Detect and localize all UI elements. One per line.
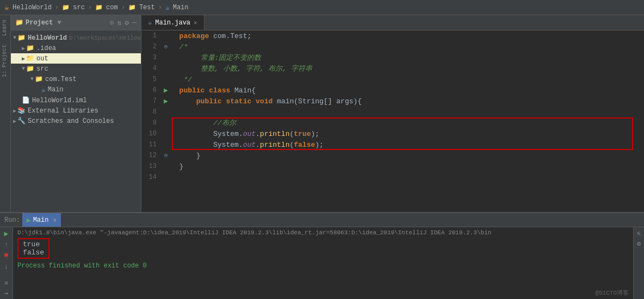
tree-ext-libs[interactable]: ▶ 📚 External Libraries xyxy=(11,105,141,116)
code-line-8: 8 xyxy=(141,107,644,117)
scratches-label: Scratches and Consoles xyxy=(28,117,114,125)
ext-libs-label: External Libraries xyxy=(28,107,98,115)
project-folder-icon: 📁 xyxy=(15,18,23,27)
src-folder-icon: 📁 xyxy=(26,65,34,73)
header-dropdown-icon[interactable]: ▼ xyxy=(57,19,61,27)
wrap-icon[interactable]: ⇥ xyxy=(4,290,8,297)
main-class-label: Main xyxy=(48,86,64,94)
code-line-9: 9 //布尔 xyxy=(141,117,644,128)
project-tree: ▼ 📁 HelloWorld D:\WorkSpaces\HelloWorld … xyxy=(11,30,141,212)
run-label: Run: xyxy=(4,216,20,224)
code-line-2: 2 ⊖ /* xyxy=(141,41,644,52)
ext-libs-arrow: ▶ xyxy=(13,108,16,114)
bottom-side-icons: ▶ ↑ ■ ↓ ≡ ⇥ xyxy=(0,227,13,299)
code-line-6: 6 ▶ public class Main{ xyxy=(141,85,644,96)
scroll-down-icon[interactable]: ↓ xyxy=(4,263,9,271)
run-output: D:\jdk1.8\bin\java.exe "-javaagent:D:\id… xyxy=(13,227,633,299)
bottom-content: ▶ ↑ ■ ↓ ≡ ⇥ D:\jdk1.8\bin\java.exe "-jav… xyxy=(0,227,644,299)
minimize-icon[interactable]: — xyxy=(132,18,137,27)
code-line-14: 14 xyxy=(141,172,644,183)
tree-com-test[interactable]: ▼ 📁 com.Test xyxy=(11,74,141,84)
scratches-arrow: ▶ xyxy=(13,118,16,124)
src-label: src xyxy=(36,65,48,73)
root-folder-icon: 📁 xyxy=(17,34,26,42)
root-arrow: ▼ xyxy=(13,35,16,41)
code-line-13: 13 } xyxy=(141,161,644,172)
title-com: com xyxy=(106,4,118,11)
com-test-folder-icon: 📁 xyxy=(35,75,43,83)
title-folder-src: 📁 xyxy=(62,4,70,11)
title-sep4: › xyxy=(158,4,162,11)
title-src: src xyxy=(73,4,85,11)
output-true: true xyxy=(23,240,44,248)
title-sep3: › xyxy=(121,4,125,11)
titlebar: ☕ HelloWorld › 📁 src › 📁 com › 📁 Test › … xyxy=(0,0,644,15)
run-tab-icon: ▶ xyxy=(27,216,31,225)
rerun-up-icon[interactable]: ↑ xyxy=(4,241,8,248)
settings-icon[interactable]: ⚙ xyxy=(125,18,129,27)
tree-scratches[interactable]: ▶ 🔧 Scratches and Consoles xyxy=(11,116,141,126)
tab-icon: ☕ xyxy=(148,18,152,27)
title-active-file-icon: ☕ xyxy=(165,3,170,12)
tree-idea[interactable]: ▶ 📁 .idea xyxy=(11,43,141,53)
title-active-file: Main xyxy=(173,4,189,11)
tree-main-class[interactable]: ☕ Main xyxy=(11,84,141,95)
out-folder-icon: 📁 xyxy=(26,54,34,63)
stop-icon[interactable]: ■ xyxy=(4,251,9,259)
learn-tab[interactable]: Learn xyxy=(0,15,10,40)
idea-folder-icon: 📁 xyxy=(26,44,34,52)
src-arrow: ▼ xyxy=(22,66,25,72)
expand-icon[interactable]: ⇱ xyxy=(637,229,641,238)
out-arrow: ▶ xyxy=(22,55,25,62)
editor-tabs: ☕ Main.java ✕ xyxy=(141,15,644,30)
project-header: 📁 Project ▼ ⊙ ⇅ ⚙ — xyxy=(11,15,141,30)
tree-src[interactable]: ▼ 📁 src xyxy=(11,64,141,74)
bottom-right-icons: ⇱ ⚙ xyxy=(633,227,644,299)
app-name: HelloWorld xyxy=(13,4,52,11)
title-folder-test: 📁 xyxy=(128,4,136,11)
app-icon: ☕ xyxy=(4,2,9,13)
iml-label: HelloWorld.iml xyxy=(32,97,87,104)
settings2-icon[interactable]: ⚙ xyxy=(637,240,641,248)
code-line-12: 12 ⊖ } xyxy=(141,150,644,161)
run-tab-label: Main xyxy=(33,216,49,224)
project-tab[interactable]: 1: Project xyxy=(0,40,10,82)
tree-root[interactable]: ▼ 📁 HelloWorld D:\WorkSpaces\HelloWorld xyxy=(11,33,141,43)
tree-out[interactable]: ▶ 📁 out xyxy=(11,53,141,64)
root-path: D:\WorkSpaces\HelloWorld xyxy=(69,35,141,41)
sync-icon[interactable]: ⊙ xyxy=(110,18,114,27)
run-green-icon[interactable]: ▶ xyxy=(4,229,9,238)
side-tabs: Learn 1: Project xyxy=(0,15,11,212)
scratches-icon: 🔧 xyxy=(17,117,26,125)
bottom-panel: Run: ▶ Main ✕ ▶ ↑ ■ ↓ ≡ ⇥ D:\jdk1.8\bin\… xyxy=(0,212,644,299)
title-sep1: › xyxy=(55,4,59,11)
code-line-5: 5 */ xyxy=(141,74,644,85)
project-title: Project xyxy=(26,19,53,27)
main-java-tab[interactable]: ☕ Main.java ✕ xyxy=(141,15,205,30)
tab-close-icon[interactable]: ✕ xyxy=(194,19,197,26)
tab-label: Main.java xyxy=(155,19,190,27)
code-editor[interactable]: 1 package com.Test; 2 ⊖ /* 3 常量:固定不变的数 xyxy=(141,30,644,212)
exit-message: Process finished with exit code 0 xyxy=(17,262,629,270)
idea-label: .idea xyxy=(36,45,56,52)
project-header-icons: ⊙ ⇅ ⚙ — xyxy=(110,18,137,27)
ext-libs-icon: 📚 xyxy=(17,107,26,115)
bottom-tabs: Run: ▶ Main ✕ xyxy=(0,213,644,227)
code-line-10: 10 System.out.println(true); xyxy=(141,128,644,139)
idea-arrow: ▶ xyxy=(22,45,25,52)
code-line-1: 1 package com.Test; xyxy=(141,30,644,41)
title-folder-com: 📁 xyxy=(95,4,103,11)
code-line-3: 3 常量:固定不变的数 xyxy=(141,52,644,63)
root-label: HelloWorld xyxy=(28,34,67,42)
filter-icon[interactable]: ≡ xyxy=(4,280,8,286)
tree-iml[interactable]: 📄 HelloWorld.iml xyxy=(11,95,141,105)
main-class-icon: ☕ xyxy=(41,85,46,94)
com-test-arrow: ▼ xyxy=(30,76,34,82)
run-tab[interactable]: ▶ Main ✕ xyxy=(22,213,61,227)
run-tab-close[interactable]: ✕ xyxy=(53,216,57,223)
code-line-7: 7 ▶ public static void main(String[] arg… xyxy=(141,96,644,107)
run-command: D:\jdk1.8\bin\java.exe "-javaagent:D:\id… xyxy=(17,229,629,236)
output-false: false xyxy=(23,248,44,257)
title-test: Test xyxy=(139,4,155,11)
sort-icon[interactable]: ⇅ xyxy=(117,18,122,27)
